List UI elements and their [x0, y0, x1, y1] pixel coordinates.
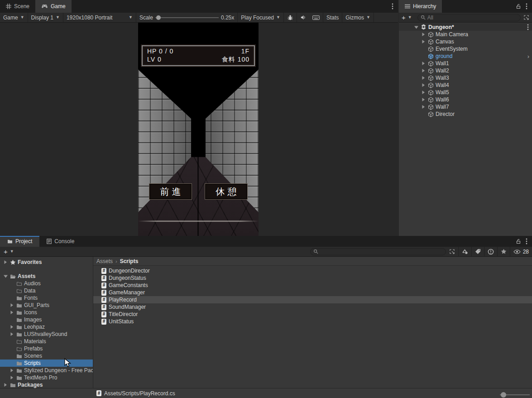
folder-item[interactable]: Materials — [0, 338, 93, 345]
hierarchy-search-input[interactable] — [427, 14, 518, 21]
filter-by-type-button[interactable] — [459, 247, 471, 256]
collapse-arrow-icon[interactable] — [413, 25, 419, 29]
folder-item[interactable]: Leohpaz — [0, 323, 93, 331]
filter-by-label-button[interactable] — [472, 247, 484, 256]
hierarchy-item[interactable]: Wall4 › — [399, 82, 532, 89]
scale-slider-knob[interactable] — [156, 15, 161, 20]
debug-bug-button[interactable] — [284, 13, 297, 22]
hierarchy-item[interactable]: Wall1 › — [399, 60, 532, 67]
hierarchy-picker-button[interactable] — [523, 13, 532, 22]
folder-item[interactable]: Stylized Dungeon - Free Pac — [0, 367, 93, 374]
expand-arrow-icon[interactable] — [3, 274, 8, 278]
hierarchy-item[interactable]: Director › — [399, 110, 532, 118]
expand-arrow-icon[interactable] — [421, 76, 426, 80]
expand-arrow-icon[interactable] — [421, 91, 426, 94]
expand-arrow-icon[interactable] — [421, 105, 426, 109]
folder-item[interactable]: LUShvalleySound — [0, 331, 93, 338]
file-item[interactable]: # DungeonStatus — [93, 274, 532, 282]
file-item[interactable]: # GameConstants — [93, 282, 532, 289]
play-focused-dropdown[interactable]: Play Focused▼ — [238, 13, 283, 22]
stats-button[interactable]: Stats — [323, 13, 342, 22]
gizmos-dropdown[interactable]: Gizmos▼ — [342, 13, 374, 22]
file-item[interactable]: # PlayRecord — [93, 296, 532, 303]
expand-arrow-icon[interactable] — [9, 369, 14, 372]
hierarchy-item[interactable]: EventSystem › — [399, 45, 532, 53]
expand-arrow-icon[interactable] — [9, 332, 14, 336]
keyboard-input-button[interactable] — [309, 13, 323, 22]
breadcrumb-root[interactable]: Assets — [96, 258, 113, 264]
scene-menu-icon[interactable] — [527, 24, 529, 30]
expand-arrow-icon[interactable] — [9, 376, 14, 379]
lock-icon[interactable] — [516, 4, 521, 9]
folder-item[interactable]: Fonts — [0, 294, 93, 302]
thumbnail-slider-knob[interactable] — [501, 392, 506, 398]
tab-project[interactable]: Project — [0, 236, 39, 247]
visibility-toggle[interactable]: 28 — [510, 247, 532, 256]
tab-hierarchy[interactable]: Hierarchy — [399, 0, 442, 13]
folder-item[interactable]: Audios — [0, 280, 93, 287]
game-pane-menu-icon[interactable] — [392, 3, 393, 10]
hierarchy-item[interactable]: Wall3 › — [399, 74, 532, 82]
folder-item[interactable]: Scripts — [0, 360, 93, 367]
file-item[interactable]: # UnitStatus — [93, 318, 532, 325]
mute-audio-button[interactable] — [297, 13, 309, 22]
file-item[interactable]: # DungeonDirector — [93, 267, 532, 274]
hierarchy-item[interactable]: Wall2 › — [399, 67, 532, 74]
expand-arrow-icon[interactable] — [3, 260, 8, 264]
game-mode-dropdown[interactable]: Game▼ — [0, 13, 28, 22]
expand-arrow-icon[interactable] — [421, 33, 426, 36]
expand-arrow-icon[interactable] — [421, 40, 426, 43]
display-dropdown[interactable]: Display 1▼ — [28, 13, 63, 22]
folder-item[interactable]: GUI_Parts — [0, 302, 93, 309]
hierarchy-scene-row[interactable]: Dungeon* — [399, 23, 532, 31]
folder-item[interactable]: Packages — [0, 381, 93, 388]
thumbnail-size-slider[interactable] — [500, 392, 530, 398]
scale-slider[interactable] — [155, 15, 219, 20]
expand-arrow-icon[interactable] — [9, 303, 14, 307]
breadcrumb-current[interactable]: Scripts — [120, 258, 139, 264]
hierarchy-item[interactable]: ground › — [399, 53, 532, 60]
expand-arrow-icon[interactable] — [421, 83, 426, 87]
lock-icon[interactable] — [516, 239, 521, 244]
tab-scene[interactable]: Scene — [0, 0, 35, 13]
project-search[interactable] — [310, 248, 446, 255]
chevron-right-icon[interactable]: › — [527, 53, 529, 60]
import-status-button[interactable] — [484, 247, 497, 256]
folder-item[interactable]: Prefabs — [0, 345, 93, 352]
file-item[interactable]: # SoundManager — [93, 303, 532, 311]
hierarchy-item[interactable]: Wall6 › — [399, 96, 532, 103]
hierarchy-search[interactable] — [417, 14, 521, 21]
folder-item[interactable]: Favorites — [0, 259, 93, 266]
project-picker-button[interactable] — [446, 247, 458, 256]
tab-console[interactable]: Console — [39, 236, 81, 247]
file-item[interactable]: # GameManager — [93, 289, 532, 296]
hierarchy-item[interactable]: Wall7 › — [399, 103, 532, 110]
expand-arrow-icon[interactable] — [421, 62, 426, 65]
folder-item[interactable]: Icons — [0, 309, 93, 316]
favorites-filter-button[interactable] — [498, 247, 510, 256]
hierarchy-menu-icon[interactable] — [526, 3, 527, 10]
expand-arrow-icon[interactable] — [9, 325, 14, 329]
rest-button[interactable]: 休憩 — [205, 183, 248, 200]
resolution-dropdown[interactable]: 1920x1080 Portrait▼ — [63, 13, 136, 22]
hierarchy-item[interactable]: Canvas › — [399, 38, 532, 45]
tab-game[interactable]: Game — [35, 0, 72, 13]
expand-arrow-icon[interactable] — [9, 311, 14, 314]
folder-item[interactable]: Images — [0, 316, 93, 323]
expand-arrow-icon[interactable] — [421, 98, 426, 101]
expand-arrow-icon[interactable] — [3, 383, 8, 387]
folder-item[interactable]: Assets — [0, 273, 93, 280]
file-item[interactable]: # TitleDirector — [93, 311, 532, 318]
project-menu-icon[interactable] — [526, 238, 527, 245]
hierarchy-add-button[interactable]: +▼ — [399, 13, 415, 22]
game-viewport[interactable]: HP 0 / 0 1F LV 0 食料 100 前進 休憩 — [138, 23, 259, 236]
folder-item[interactable]: TextMesh Pro — [0, 374, 93, 381]
hierarchy-item[interactable]: Main Camera › — [399, 31, 532, 38]
hierarchy-item[interactable]: Wall5 › — [399, 89, 532, 96]
project-add-button[interactable]: +▼ — [0, 247, 18, 256]
folder-item[interactable]: Scenes — [0, 352, 93, 360]
expand-arrow-icon[interactable] — [421, 69, 426, 72]
folder-item[interactable]: Data — [0, 287, 93, 294]
forward-button[interactable]: 前進 — [149, 183, 192, 200]
project-search-input[interactable] — [320, 249, 443, 255]
